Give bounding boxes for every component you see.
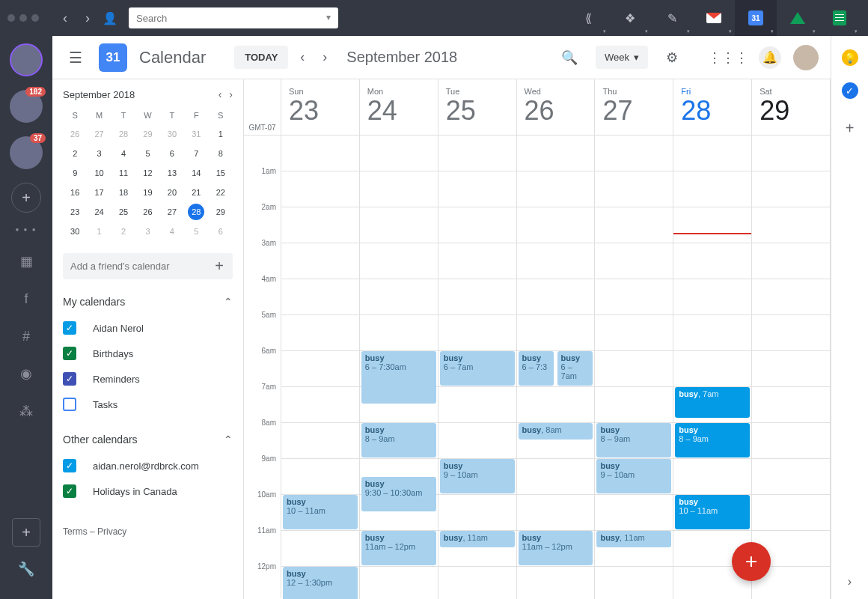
checkbox-icon[interactable]: [63, 372, 76, 386]
mini-day[interactable]: 26: [135, 204, 159, 220]
privacy-link[interactable]: Privacy: [97, 526, 126, 537]
day-header-cell[interactable]: Tue25: [438, 79, 517, 135]
mini-day[interactable]: 25: [111, 204, 135, 220]
asana-icon[interactable]: ⁂: [11, 396, 41, 426]
mini-day[interactable]: 5: [135, 145, 159, 162]
checkbox-icon[interactable]: [63, 347, 76, 360]
search-input[interactable]: [129, 7, 338, 28]
mini-day[interactable]: 6: [160, 145, 184, 162]
my-calendars-header[interactable]: My calendars⌃: [63, 296, 233, 308]
collapse-panel-icon[interactable]: ›: [848, 575, 852, 589]
gmail-icon[interactable]: ▾: [693, 0, 735, 36]
calendar-event[interactable]: busy11am – 12pm: [361, 531, 436, 565]
mini-day[interactable]: 30: [160, 126, 184, 142]
nav-forward-icon[interactable]: ›: [76, 10, 99, 26]
checkbox-icon[interactable]: [63, 459, 76, 472]
calendar-list-item[interactable]: Birthdays: [63, 341, 233, 366]
notifications-icon[interactable]: 🔔: [759, 46, 781, 69]
mini-day[interactable]: 26: [63, 126, 87, 142]
edit-icon[interactable]: ✎▾: [651, 0, 693, 36]
mini-day[interactable]: 5: [184, 223, 208, 240]
mini-day[interactable]: 24: [87, 204, 111, 220]
search-dropdown-icon[interactable]: ▾: [326, 12, 331, 22]
calendar-list-item[interactable]: aidan.nerol@rdbrck.com: [63, 453, 233, 478]
day-header-cell[interactable]: Fri28: [673, 79, 752, 135]
slack-icon[interactable]: #: [11, 321, 41, 351]
share-icon[interactable]: ⟪▾: [567, 0, 609, 36]
calendar-event[interactable]: busy, 7am: [675, 387, 750, 418]
calendar-event[interactable]: busy, 8am: [519, 423, 593, 440]
workspace-avatar-2[interactable]: 182: [10, 90, 43, 123]
mini-day[interactable]: 17: [87, 184, 111, 201]
workspace-avatar-3[interactable]: 37: [10, 136, 43, 169]
calendar-list-item[interactable]: Aidan Nerol: [63, 315, 233, 341]
spotify-icon[interactable]: ◉: [11, 359, 41, 389]
workspace-avatar-1[interactable]: [10, 43, 43, 76]
mini-day[interactable]: 27: [160, 204, 184, 220]
next-period-icon[interactable]: ›: [317, 45, 333, 70]
checkbox-icon[interactable]: [63, 321, 76, 335]
calendar-event[interactable]: busy8 – 9am: [361, 423, 436, 457]
mini-day[interactable]: 7: [184, 145, 208, 162]
calendar-event[interactable]: busy8 – 9am: [675, 423, 750, 457]
incognito-icon[interactable]: 👤: [99, 11, 121, 25]
mini-day[interactable]: 11: [111, 165, 135, 181]
add-addon-icon[interactable]: +: [846, 120, 855, 137]
mini-day[interactable]: 6: [209, 223, 233, 240]
mini-day[interactable]: 4: [160, 223, 184, 240]
mini-day[interactable]: 9: [63, 165, 87, 181]
calendar-event[interactable]: busy10 – 11am: [675, 495, 750, 529]
calendar-list-item[interactable]: Holidays in Canada: [63, 478, 233, 504]
mini-day[interactable]: 2: [111, 223, 135, 240]
mini-prev-icon[interactable]: ‹: [218, 88, 222, 100]
account-avatar[interactable]: [793, 45, 819, 70]
checkbox-icon[interactable]: [63, 398, 76, 411]
keep-icon[interactable]: 💡: [842, 49, 858, 66]
mini-day[interactable]: 16: [63, 184, 87, 201]
mini-day[interactable]: 22: [209, 184, 233, 201]
week-grid-scroll[interactable]: 1am2am3am4am5am6am7am8am9am10am11am12pm …: [244, 136, 831, 599]
calendar-event[interactable]: busy10 – 11am: [283, 495, 358, 529]
calendar-list-item[interactable]: Reminders: [63, 366, 233, 392]
prev-period-icon[interactable]: ‹: [294, 45, 311, 70]
trello-icon[interactable]: ▦: [11, 246, 41, 276]
add-app-button[interactable]: +: [12, 518, 40, 547]
view-selector[interactable]: Week▾: [596, 46, 648, 69]
mini-day[interactable]: 8: [209, 145, 233, 162]
calendar-event[interactable]: busy, 11am: [440, 531, 515, 547]
calendar-event[interactable]: busy9:30 – 10:30am: [361, 477, 436, 511]
settings-wrench-icon[interactable]: 🔧: [11, 554, 41, 584]
layers-icon[interactable]: ❖▾: [609, 0, 651, 36]
mini-day[interactable]: 28: [188, 204, 204, 220]
add-workspace-button[interactable]: +: [11, 183, 41, 213]
calendar-list-item[interactable]: Tasks: [63, 392, 233, 417]
today-button[interactable]: TODAY: [234, 46, 288, 69]
mini-day[interactable]: 21: [184, 184, 208, 201]
rail-more-icon[interactable]: ● ● ●: [16, 226, 37, 233]
gear-icon[interactable]: ⚙: [661, 45, 682, 70]
add-friend-button[interactable]: +: [206, 258, 233, 275]
mini-day[interactable]: 12: [135, 165, 159, 181]
tasks-icon[interactable]: ✓: [842, 82, 858, 99]
mini-day[interactable]: 29: [209, 204, 233, 220]
add-friend-input[interactable]: [63, 253, 206, 279]
mini-day[interactable]: 10: [87, 165, 111, 181]
mini-day[interactable]: 1: [209, 126, 233, 142]
mini-day[interactable]: 3: [87, 145, 111, 162]
mini-day[interactable]: 23: [63, 204, 87, 220]
day-header-cell[interactable]: Mon24: [360, 79, 438, 135]
mini-day[interactable]: 30: [63, 223, 87, 240]
day-header-cell[interactable]: Wed26: [517, 79, 596, 135]
calendar-event[interactable]: busy, 11am: [596, 531, 671, 547]
mini-calendar[interactable]: SMTWTFS262728293031123456789101112131415…: [63, 108, 233, 240]
nav-back-icon[interactable]: ‹: [54, 10, 76, 26]
mini-day[interactable]: 4: [111, 145, 135, 162]
google-sheets-icon[interactable]: ▾: [819, 0, 861, 36]
calendar-event[interactable]: busy6 – 7am: [440, 351, 515, 386]
search-icon[interactable]: 🔍: [557, 45, 582, 70]
mini-day[interactable]: 15: [209, 165, 233, 181]
day-header-cell[interactable]: Sun23: [281, 79, 360, 135]
google-apps-icon[interactable]: ⋮⋮⋮: [703, 45, 753, 70]
mini-day[interactable]: 29: [135, 126, 159, 142]
other-calendars-header[interactable]: Other calendars⌃: [63, 434, 233, 446]
